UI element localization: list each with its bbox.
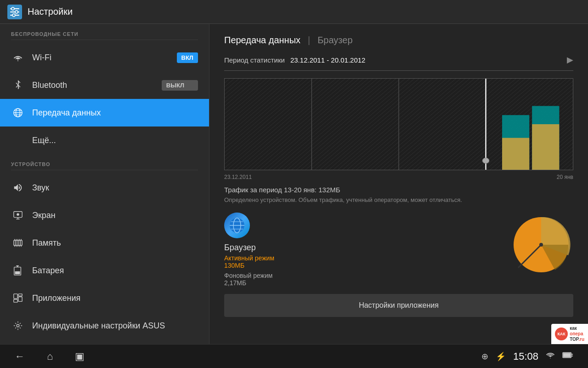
android-icon: ⊕: [481, 351, 488, 362]
screen-icon: [11, 210, 25, 220]
memory-label: Память: [32, 238, 198, 248]
tab-divider: |: [308, 35, 310, 46]
nav-buttons: ← ⌂ ▣: [15, 351, 85, 362]
svg-rect-40: [312, 79, 399, 170]
wifi-toggle-off[interactable]: ВКЛ: [177, 52, 198, 63]
svg-rect-49: [502, 138, 529, 170]
data-label: Передача данных: [32, 108, 198, 118]
svg-point-35: [17, 324, 19, 327]
content-area: Передача данных | Браузер Период статист…: [209, 24, 588, 368]
chart-date-start: 23.12.2011: [224, 174, 252, 180]
sidebar-item-data[interactable]: Передача данных: [0, 99, 209, 126]
battery-status-icon: [562, 351, 573, 361]
bluetooth-toggle-on[interactable]: [189, 80, 198, 91]
app-active-mode: Активный режим: [224, 254, 500, 262]
svg-rect-39: [225, 79, 312, 170]
app-settings-button[interactable]: Настройки приложения: [224, 294, 573, 317]
svg-rect-41: [399, 79, 486, 170]
app-bg-value: 2,17МБ: [224, 279, 500, 287]
wifi-icon: [11, 53, 25, 62]
svg-rect-33: [18, 297, 22, 301]
apps-label: Приложения: [32, 293, 198, 303]
wifi-toggle[interactable]: ВКЛ: [177, 52, 198, 63]
svg-rect-32: [18, 294, 22, 296]
sidebar-item-wifi[interactable]: Wi-Fi ВКЛ: [0, 44, 209, 71]
watermark-logo: КАК: [555, 328, 568, 340]
app-active-value: 130МБ: [224, 262, 500, 269]
divider-wireless: [11, 40, 198, 40]
browser-app-icon: [224, 213, 250, 238]
tab-browser[interactable]: Браузер: [317, 35, 352, 46]
svg-point-9: [17, 213, 19, 216]
app-row: Браузер Активный режим 130МБ Фоновый реж…: [224, 213, 573, 287]
sound-icon: [11, 183, 25, 193]
chart-svg: [225, 79, 573, 170]
home-button[interactable]: ⌂: [47, 351, 53, 362]
bluetooth-label: Bluetooth: [32, 80, 162, 90]
svg-rect-12: [14, 241, 22, 246]
section-device: УСТРОЙСТВО Звук: [0, 154, 209, 339]
sidebar-item-memory[interactable]: Память: [0, 229, 209, 257]
section-wireless: БЕСПРОВОДНЫЕ СЕТИ Wi-Fi ВКЛ: [0, 24, 209, 154]
app-info: Браузер Активный режим 130МБ Фоновый реж…: [224, 213, 500, 287]
svg-rect-30: [15, 271, 20, 274]
app-bg-mode: Фоновый режим: [224, 272, 500, 279]
bottom-nav-bar: ← ⌂ ▣ ⊕ ⚡ 15:08: [0, 344, 588, 368]
data-icon: [11, 108, 25, 118]
traffic-chart: [224, 78, 573, 170]
app-title: Настройки: [28, 6, 73, 17]
section-header-device: УСТРОЙСТВО: [0, 154, 209, 170]
sidebar-item-sound[interactable]: Звук: [0, 174, 209, 201]
pie-chart: [509, 213, 573, 277]
content-inner: Передача данных | Браузер Период статист…: [209, 24, 588, 328]
battery-label: Батарея: [32, 266, 198, 276]
tab-data-transfer[interactable]: Передача данных: [224, 35, 300, 46]
bluetooth-toggle[interactable]: ВЫКЛ: [162, 80, 198, 91]
traffic-info: Трафик за период 13-20 янв: 132МБ: [224, 186, 573, 194]
watermark: КАК как опера TOP.ru: [551, 324, 588, 344]
bluetooth-icon: [11, 80, 25, 90]
chevron-icon: ▶: [567, 55, 573, 65]
sidebar-item-apps[interactable]: Приложения: [0, 284, 209, 312]
watermark-text: как опера TOP.ru: [570, 326, 584, 342]
period-row[interactable]: Период статистики 23.12.2011 - 20.01.201…: [224, 55, 573, 71]
period-value: 23.12.2011 - 20.01.2012: [290, 56, 365, 64]
svg-point-5: [12, 14, 15, 17]
content-tabs: Передача данных | Браузер: [224, 35, 573, 46]
chart-dates: 23.12.2011 20 янв: [224, 174, 573, 180]
svg-point-3: [11, 7, 14, 10]
back-button[interactable]: ←: [15, 351, 25, 362]
sidebar: БЕСПРОВОДНЫЕ СЕТИ Wi-Fi ВКЛ: [0, 24, 209, 368]
svg-rect-34: [14, 299, 17, 302]
divider-device: [11, 170, 198, 170]
traffic-note: Определено устройством. Объем трафика, у…: [224, 196, 573, 203]
recent-button[interactable]: ▣: [75, 351, 85, 362]
app-name: Браузер: [224, 243, 500, 253]
svg-rect-50: [532, 124, 559, 170]
svg-rect-31: [14, 294, 17, 299]
asus-label: Индивидуальные настройки ASUS: [32, 321, 198, 331]
status-icons: ⊕ ⚡ 15:08: [481, 351, 573, 362]
svg-point-59: [539, 243, 543, 247]
sound-label: Звук: [32, 183, 198, 193]
screen-label: Экран: [32, 211, 198, 220]
battery-icon: [11, 265, 25, 276]
more-label: Ещё...: [32, 136, 198, 145]
memory-icon: [11, 238, 25, 248]
status-time: 15:08: [513, 351, 538, 362]
sidebar-item-asus[interactable]: Индивидуальные настройки ASUS: [0, 312, 209, 339]
section-header-wireless: БЕСПРОВОДНЫЕ СЕТИ: [0, 24, 209, 40]
sidebar-item-bluetooth[interactable]: Bluetooth ВЫКЛ: [0, 71, 209, 99]
sidebar-item-more[interactable]: Ещё...: [0, 126, 209, 154]
sidebar-item-battery[interactable]: Батарея: [0, 257, 209, 284]
apps-icon: [11, 293, 25, 303]
sidebar-item-screen[interactable]: Экран: [0, 201, 209, 229]
usb-icon: ⚡: [496, 351, 506, 362]
bluetooth-toggle-off[interactable]: ВЫКЛ: [162, 80, 189, 91]
wifi-label: Wi-Fi: [32, 53, 177, 63]
chart-date-end: 20 янв: [557, 174, 573, 180]
title-bar: Настройки: [0, 0, 588, 24]
main-layout: БЕСПРОВОДНЫЕ СЕТИ Wi-Fi ВКЛ: [0, 24, 588, 368]
settings-icon: [7, 5, 22, 19]
svg-point-4: [15, 11, 18, 13]
